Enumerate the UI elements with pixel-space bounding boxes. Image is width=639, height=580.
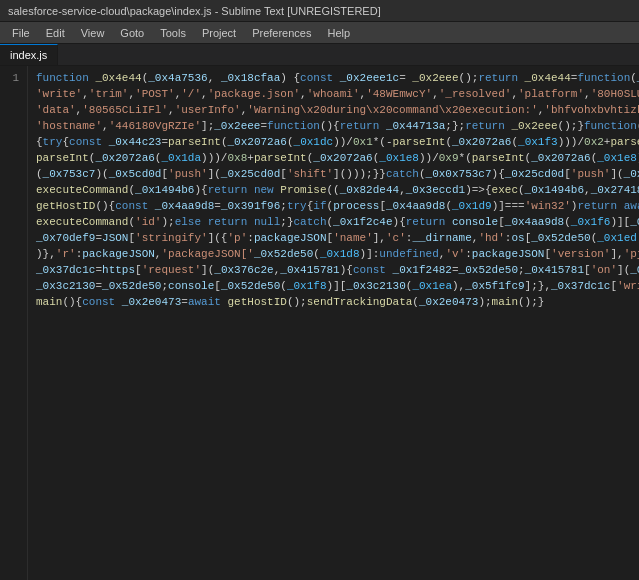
tab-bar: index.js — [0, 44, 639, 66]
menu-tools[interactable]: Tools — [152, 25, 194, 41]
menu-project[interactable]: Project — [194, 25, 244, 41]
menu-help[interactable]: Help — [319, 25, 358, 41]
title-bar-text: salesforce-service-cloud\package\index.j… — [8, 5, 381, 17]
menu-goto[interactable]: Goto — [112, 25, 152, 41]
menu-bar: File Edit View Goto Tools Project Prefer… — [0, 22, 639, 44]
menu-preferences[interactable]: Preferences — [244, 25, 319, 41]
line-numbers: 1 — [0, 66, 28, 580]
title-bar: salesforce-service-cloud\package\index.j… — [0, 0, 639, 22]
editor-area: 1 function _0x4e44(_0x4a7536, _0x18cfaa)… — [0, 66, 639, 580]
tab-index-js[interactable]: index.js — [0, 44, 58, 65]
menu-file[interactable]: File — [4, 25, 38, 41]
code-content[interactable]: function _0x4e44(_0x4a7536, _0x18cfaa) {… — [28, 66, 639, 580]
menu-view[interactable]: View — [73, 25, 113, 41]
menu-edit[interactable]: Edit — [38, 25, 73, 41]
